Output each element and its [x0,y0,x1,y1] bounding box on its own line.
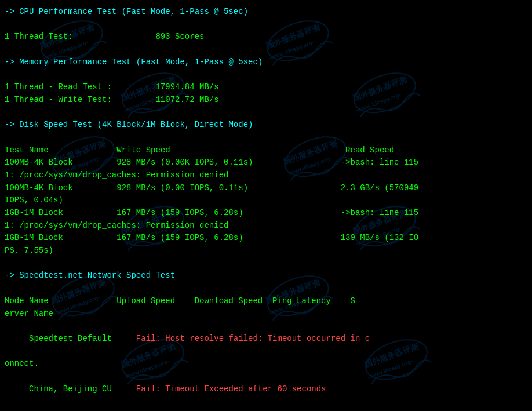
disk-100mb-4k-row1: 100MB-4K Block 928 MB/s (0.00K IOPS, 0.1… [5,157,527,169]
speedtest-default-fail: Fail: Host resolve failed: Timeout occur… [136,334,370,343]
disk-permission-err-2: 1: /proc/sys/vm/drop_caches: Permission … [5,220,527,232]
speedtest-default-row: Speedtest Default Fail: Host resolve fai… [5,320,527,358]
cpu-section-header: -> CPU Performance Test (Fast Mode, 1-Pa… [5,6,527,19]
cpu-1thread-result: 1 Thread Test: 893 Scores [5,31,527,43]
speedtest-col-headers: Node Name Upload Speed Download Speed Pi… [5,295,527,308]
speedtest-default-node: Speedtest Default [24,334,136,343]
memory-section-header: -> Memory Performance Test (Fast Mode, 1… [5,56,527,69]
disk-1gb-1m-row2: 1GB-1M Block 167 MB/s (159 IOPS, 6.28s) … [5,232,527,245]
blank-1 [5,43,527,56]
speedtest-shanghai-row: China, Shanghai CT 0.89 MB/s 12.99 MB/s … [5,408,527,411]
blank-2 [5,68,527,81]
memory-write-result: 1 Thread - Write Test: 11072.72 MB/s [5,94,527,107]
memory-read-result: 1 Thread - Read Test : 17994.84 MB/s [5,81,527,94]
speedtest-beijing-node: China, Beijing CU [24,384,136,394]
speedtest-beijing-fail: Fail: Timeout Exceeded after 60 seconds [136,384,326,394]
blank-5 [5,257,527,270]
disk-permission-err-1: 1: /proc/sys/vm/drop_caches: Permission … [5,169,527,182]
blank-6 [5,282,527,295]
disk-col-headers: Test Name Write Speed Read Speed [5,144,527,157]
terminal-output: -> CPU Performance Test (Fast Mode, 1-Pa… [0,0,532,411]
speedtest-section-header: -> Speedtest.net Network Speed Test [5,270,527,282]
disk-1gb-1m-row1: 1GB-1M Block 167 MB/s (159 IOPS, 6.28s) … [5,207,527,220]
speedtest-beijing-row: China, Beijing CU Fail: Timeout Exceeded… [5,370,527,408]
disk-100mb-4k-row2: 100MB-4K Block 928 MB/s (0.00 IOPS, 0.11… [5,182,527,195]
blank-4 [5,132,527,144]
blank-3 [5,107,527,119]
disk-iops-cont: IOPS, 0.04s) [5,194,527,207]
speedtest-server-name-cont: erver Name [5,308,527,321]
disk-section-header: -> Disk Speed Test (4K Block/1M Block, D… [5,119,527,132]
speedtest-connect-cont: onnect. [5,358,527,370]
disk-ps-cont: PS, 7.55s) [5,245,527,257]
cpu-blank [5,19,527,31]
